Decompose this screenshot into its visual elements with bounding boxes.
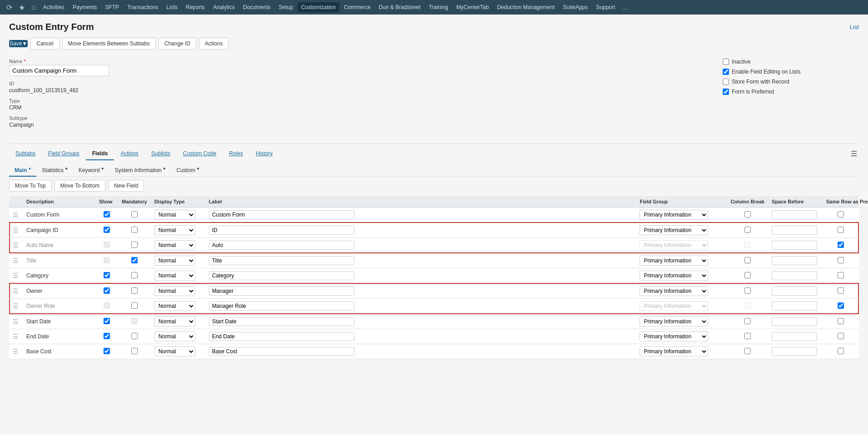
form-preferred-checkbox[interactable] — [723, 89, 729, 95]
label-input[interactable] — [209, 347, 354, 356]
field-group-select[interactable]: Primary Information Secondary Informatio… — [640, 346, 708, 356]
field-group-select[interactable]: Primary Information Secondary Informatio… — [640, 210, 708, 220]
store-form-checkbox[interactable] — [723, 79, 729, 85]
same-row-checkbox[interactable] — [838, 272, 844, 278]
tab-fieldgroups[interactable]: Field Groups — [42, 148, 86, 160]
mandatory-checkbox[interactable] — [131, 257, 138, 263]
field-group-select[interactable]: Primary Information Secondary Informatio… — [640, 225, 708, 235]
column-break-checkbox[interactable] — [744, 302, 751, 309]
show-checkbox[interactable] — [104, 227, 110, 233]
nav-analytics[interactable]: Analytics — [209, 2, 238, 12]
show-checkbox[interactable] — [104, 242, 110, 248]
mandatory-checkbox[interactable] — [131, 348, 138, 354]
space-before-input[interactable] — [772, 271, 817, 280]
column-break-checkbox[interactable] — [744, 318, 751, 324]
space-before-input[interactable] — [772, 332, 817, 341]
same-row-checkbox[interactable] — [838, 227, 844, 233]
label-input[interactable] — [209, 226, 354, 235]
drag-handle-icon[interactable]: ☰ — [13, 318, 19, 325]
display-type-select[interactable]: Normal Inline Text Hidden — [154, 316, 195, 326]
display-type-select[interactable]: Normal Inline Text Hidden — [154, 301, 195, 311]
tab-subtabs[interactable]: Subtabs — [9, 148, 42, 160]
same-row-checkbox[interactable] — [838, 211, 844, 218]
nav-suiteapps[interactable]: SuiteApps — [560, 2, 592, 12]
tab-roles[interactable]: Roles — [223, 148, 249, 160]
drag-handle-icon[interactable]: ☰ — [13, 211, 19, 218]
actions-button[interactable]: Actions — [199, 38, 228, 49]
drag-handle-icon[interactable]: ☰ — [13, 272, 19, 279]
history-icon[interactable]: ⟳ — [4, 3, 15, 12]
home-icon[interactable]: ⌂ — [29, 3, 39, 11]
drag-handle-icon[interactable]: ☰ — [13, 302, 19, 310]
show-checkbox[interactable] — [104, 333, 110, 339]
column-break-checkbox[interactable] — [744, 333, 751, 339]
nav-deduction-management[interactable]: Deduction Management — [493, 2, 558, 12]
show-checkbox[interactable] — [104, 318, 110, 324]
tab-customcode[interactable]: Custom Code — [177, 148, 223, 160]
nav-more[interactable]: ... — [620, 4, 630, 11]
mandatory-checkbox[interactable] — [131, 318, 138, 324]
space-before-input[interactable] — [772, 241, 817, 250]
column-break-checkbox[interactable] — [744, 242, 751, 248]
same-row-checkbox[interactable] — [838, 318, 844, 324]
space-before-input[interactable] — [772, 287, 817, 296]
mandatory-checkbox[interactable] — [131, 211, 138, 218]
show-checkbox[interactable] — [104, 257, 110, 263]
field-group-select[interactable]: Primary Information Secondary Informatio… — [640, 301, 708, 311]
mandatory-checkbox[interactable] — [131, 302, 138, 309]
display-type-select[interactable]: Normal Inline Text Hidden — [154, 271, 195, 281]
space-before-input[interactable] — [772, 210, 817, 219]
nav-lists[interactable]: Lists — [163, 2, 181, 12]
drag-handle-icon[interactable]: ☰ — [13, 287, 19, 295]
mandatory-checkbox[interactable] — [131, 333, 138, 339]
same-row-checkbox[interactable] — [838, 333, 844, 339]
nav-commerce[interactable]: Commerce — [340, 2, 374, 12]
display-type-select[interactable]: Normal Inline Text Hidden — [154, 346, 195, 356]
drag-handle-icon[interactable]: ☰ — [13, 333, 19, 340]
list-link[interactable]: List — [850, 24, 859, 30]
column-break-checkbox[interactable] — [744, 257, 751, 263]
column-break-checkbox[interactable] — [744, 272, 751, 278]
label-input[interactable] — [209, 317, 354, 326]
field-group-select[interactable]: Primary Information Secondary Informatio… — [640, 316, 708, 326]
display-type-select[interactable]: Normal Inline Text Hidden — [154, 286, 195, 296]
nav-activities[interactable]: Activities — [40, 2, 68, 12]
show-checkbox[interactable] — [104, 211, 110, 218]
column-break-checkbox[interactable] — [744, 348, 751, 354]
nav-training[interactable]: Training — [425, 2, 452, 12]
mandatory-checkbox[interactable] — [131, 242, 138, 248]
drag-handle-icon[interactable]: ☰ — [13, 257, 19, 264]
star-icon[interactable]: ★ — [16, 3, 28, 12]
show-checkbox[interactable] — [104, 302, 110, 309]
display-type-select[interactable]: Normal Inline Text Hidden — [154, 256, 195, 266]
space-before-input[interactable] — [772, 226, 817, 235]
space-before-input[interactable] — [772, 302, 817, 311]
tab-history[interactable]: History — [249, 148, 279, 160]
nav-payments[interactable]: Payments — [69, 2, 100, 12]
cancel-button[interactable]: Cancel — [30, 38, 59, 49]
field-group-select[interactable]: Primary Information Secondary Informatio… — [640, 240, 708, 250]
hamburger-icon[interactable]: ☰ — [849, 148, 859, 160]
mandatory-checkbox[interactable] — [131, 227, 138, 233]
space-before-input[interactable] — [772, 317, 817, 326]
nav-mycentertab[interactable]: MyCenterTab — [453, 2, 492, 12]
same-row-checkbox[interactable] — [838, 257, 844, 263]
column-break-checkbox[interactable] — [744, 227, 751, 233]
same-row-checkbox[interactable] — [838, 287, 844, 294]
same-row-checkbox[interactable] — [838, 302, 844, 309]
subtab-keyword[interactable]: Keyword ● — [73, 164, 109, 177]
label-input[interactable] — [209, 287, 354, 296]
new-field-button[interactable]: New Field — [108, 180, 144, 192]
display-type-select[interactable]: Normal Inline Text Hidden — [154, 210, 195, 220]
save-button-label[interactable]: Save — [10, 40, 22, 47]
save-dropdown-arrow[interactable]: ▼ — [22, 40, 27, 47]
drag-handle-icon[interactable]: ☰ — [13, 242, 19, 249]
space-before-input[interactable] — [772, 347, 817, 356]
label-input[interactable] — [209, 241, 354, 250]
label-input[interactable] — [209, 332, 354, 341]
nav-reports[interactable]: Reports — [182, 2, 208, 12]
mandatory-checkbox[interactable] — [131, 272, 138, 278]
nav-setup[interactable]: Setup — [275, 2, 297, 12]
field-group-select[interactable]: Primary Information Secondary Informatio… — [640, 256, 708, 266]
show-checkbox[interactable] — [104, 272, 110, 278]
